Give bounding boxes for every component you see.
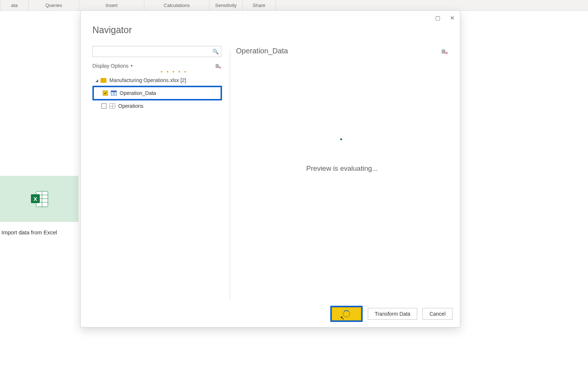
ribbon-tab-sensitivity[interactable]: Sensitivity xyxy=(210,0,243,10)
search-input[interactable] xyxy=(96,49,212,55)
ribbon-tab-calculations[interactable]: Calculations xyxy=(144,0,210,10)
checkbox-checked-icon[interactable]: ✔ xyxy=(103,91,108,96)
navigator-tree: ◢ Manufacturing Operations.xlsx [2] ✔ Op… xyxy=(92,75,221,111)
ribbon: ata Queries Insert Calculations Sensitiv… xyxy=(0,0,588,11)
dialog-button-bar: ↖ Transform Data Cancel xyxy=(330,306,453,322)
clear-selection-button[interactable]: 🗎✕ xyxy=(215,63,221,68)
preview-status-text: Preview is evaluating... xyxy=(236,164,448,173)
load-button[interactable]: ↖ xyxy=(332,307,361,320)
maximize-icon[interactable]: ▢ xyxy=(435,15,440,21)
excel-icon: X xyxy=(30,191,49,208)
loading-dot-icon xyxy=(340,138,342,140)
navigator-preview-pane: Operation_Data 🗎✕ Preview is evaluating.… xyxy=(236,47,448,305)
navigator-left-pane: 🔍 Display Options ▼ 🗎✕ ◢ Manufacturing O… xyxy=(92,46,225,305)
folder-icon xyxy=(101,78,106,83)
close-icon[interactable]: ✕ xyxy=(450,15,455,21)
chevron-down-icon: ▼ xyxy=(130,64,133,68)
checkbox-unchecked-icon[interactable] xyxy=(101,103,106,109)
tree-root-file[interactable]: ◢ Manufacturing Operations.xlsx [2] xyxy=(92,75,221,86)
cancel-button[interactable]: Cancel xyxy=(422,308,453,320)
display-options-label: Display Options xyxy=(92,63,128,69)
import-excel-card[interactable]: X xyxy=(0,176,78,222)
dialog-title: Navigator xyxy=(92,25,132,35)
load-button-highlight: ↖ xyxy=(330,306,363,322)
search-box[interactable]: 🔍 xyxy=(92,46,221,57)
navigator-dialog: ▢ ✕ Navigator 🔍 Display Options ▼ 🗎✕ ◢ M… xyxy=(80,10,460,327)
svg-text:X: X xyxy=(33,196,37,202)
tree-item-label: Operation_Data xyxy=(120,90,156,96)
pane-divider xyxy=(230,50,230,300)
import-excel-label: Import data from Excel xyxy=(1,229,57,235)
ribbon-tab-queries[interactable]: Queries xyxy=(29,0,79,10)
search-icon: 🔍 xyxy=(212,49,219,54)
cursor-icon: ↖ xyxy=(340,315,345,321)
tree-root-label: Manufacturing Operations.xlsx [2] xyxy=(109,77,186,83)
tree-item-operations[interactable]: Operations xyxy=(92,100,221,111)
tree-item-operation-data[interactable]: ✔ Operation_Data xyxy=(94,87,221,99)
table-icon xyxy=(111,91,117,96)
clear-preview-button[interactable]: 🗎✕ xyxy=(441,48,448,54)
ribbon-tab-data[interactable]: ata xyxy=(0,0,29,10)
transform-data-button[interactable]: Transform Data xyxy=(368,308,418,320)
preview-title: Operation_Data xyxy=(236,47,288,55)
tree-item-highlighted: ✔ Operation_Data xyxy=(92,86,222,100)
display-options-dropdown[interactable]: Display Options ▼ xyxy=(92,63,133,69)
ribbon-tab-share[interactable]: Share xyxy=(243,0,276,10)
collapse-icon: ◢ xyxy=(95,78,101,82)
tree-item-label: Operations xyxy=(118,103,143,109)
ribbon-tab-insert[interactable]: Insert xyxy=(79,0,144,10)
loading-dots xyxy=(161,71,225,72)
worksheet-icon xyxy=(109,103,115,109)
